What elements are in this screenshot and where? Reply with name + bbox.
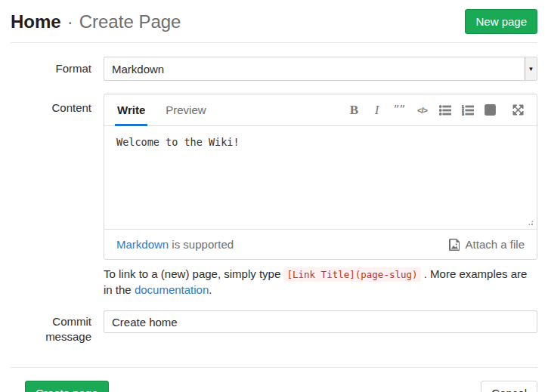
commit-row: Commit message bbox=[11, 310, 537, 344]
tab-preview[interactable]: Preview bbox=[165, 94, 206, 125]
wiki-create-page: Home · Create Page New page Format Markd… bbox=[0, 0, 548, 392]
content-label: Content bbox=[11, 94, 91, 260]
new-page-button[interactable]: New page bbox=[465, 9, 537, 34]
editor-toolbar: B I ”” </> 1 2 bbox=[348, 94, 525, 125]
task-list-icon[interactable] bbox=[484, 103, 497, 117]
format-select-wrap: Markdown ▼ bbox=[104, 57, 537, 81]
page-title: Home · Create Page bbox=[11, 11, 181, 32]
content-textarea[interactable]: Welcome to the Wiki! bbox=[104, 126, 537, 229]
page-title-subtitle: Create Page bbox=[79, 11, 181, 32]
format-row: Format Markdown ▼ bbox=[11, 57, 537, 81]
form-actions: Create page Cancel bbox=[11, 367, 537, 392]
hint-row: To link to a (new) page, simply type [Li… bbox=[11, 267, 537, 298]
page-header: Home · Create Page New page bbox=[11, 0, 537, 43]
code-icon[interactable]: </> bbox=[416, 103, 429, 117]
markdown-editor: Write Preview B I ”” </> bbox=[104, 94, 537, 260]
create-page-button[interactable]: Create page bbox=[25, 381, 109, 392]
link-hint-text: To link to a (new) page, simply type [Li… bbox=[104, 267, 537, 298]
bold-icon[interactable]: B bbox=[348, 103, 361, 117]
documentation-link[interactable]: documentation bbox=[135, 283, 209, 296]
attach-a-file-button[interactable]: Attach a file bbox=[449, 238, 525, 251]
italic-icon[interactable]: I bbox=[370, 103, 383, 117]
markdown-help-link[interactable]: Markdown bbox=[116, 238, 169, 251]
quote-icon[interactable]: ”” bbox=[393, 103, 406, 117]
attach-a-file-label: Attach a file bbox=[466, 238, 525, 251]
fullscreen-icon[interactable] bbox=[512, 103, 525, 117]
attach-file-icon bbox=[449, 239, 460, 251]
format-label: Format bbox=[11, 57, 91, 81]
svg-text:3: 3 bbox=[462, 112, 464, 116]
page-title-separator: · bbox=[67, 11, 73, 32]
format-select[interactable]: Markdown bbox=[104, 57, 537, 81]
markdown-supported-text: Markdown is supported bbox=[116, 238, 234, 251]
editor-tab-bar: Write Preview B I ”” </> bbox=[104, 94, 537, 126]
content-row: Content Write Preview B I ”” </> bbox=[11, 94, 537, 260]
editor-body: Welcome to the Wiki! bbox=[104, 126, 537, 229]
numbered-list-icon[interactable]: 1 2 3 bbox=[461, 103, 474, 117]
tab-write[interactable]: Write bbox=[116, 94, 146, 125]
editor-footer: Markdown is supported Attach a file bbox=[104, 229, 537, 259]
commit-message-input[interactable] bbox=[104, 310, 537, 333]
commit-message-label: Commit message bbox=[11, 310, 91, 344]
bulleted-list-icon[interactable] bbox=[438, 103, 451, 117]
link-syntax-code: [Link Title](page-slug) bbox=[283, 267, 420, 282]
page-title-home: Home bbox=[11, 11, 61, 32]
cancel-button[interactable]: Cancel bbox=[481, 381, 537, 392]
